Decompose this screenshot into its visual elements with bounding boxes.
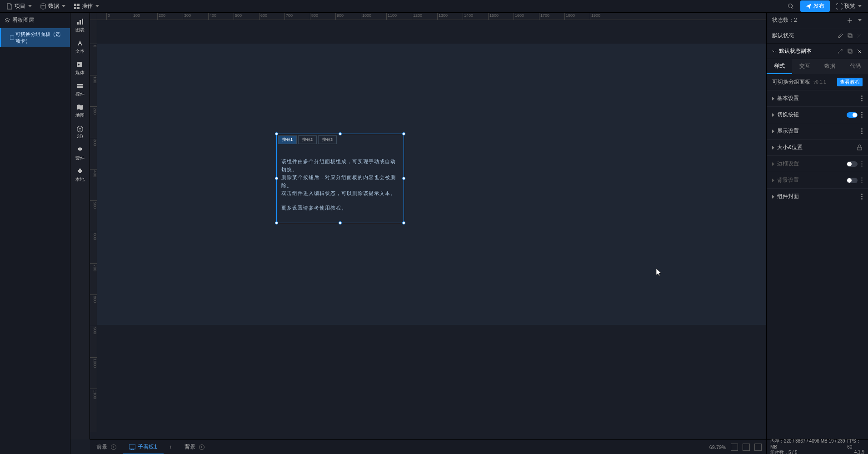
tab-foreground[interactable]: 前景+	[90, 440, 123, 454]
sidebar-item-text[interactable]: 文本	[70, 36, 90, 57]
tab-back-label: 背景	[185, 443, 195, 451]
section-border[interactable]: 边框设置	[767, 155, 868, 172]
search-icon	[788, 3, 794, 10]
cube-icon	[76, 125, 84, 133]
sidebar-label-text: 文本	[75, 48, 85, 55]
component-body-text: 该组件由多个分组面板组成，可实现手动或自动切换。 删除某个按钮后，对应分组面板的…	[281, 158, 399, 212]
component-icon	[10, 35, 14, 40]
status-fps: FPS：60	[847, 438, 864, 449]
add-back-icon[interactable]: +	[199, 444, 205, 450]
more-icon[interactable]	[861, 112, 863, 118]
sidebar-label-control: 控件	[75, 91, 85, 97]
chevron-down-icon	[62, 5, 65, 7]
component-tab-3[interactable]: 按钮3	[318, 135, 337, 144]
layer-item-label: 可切换分组面板（选项卡）	[15, 31, 65, 45]
switch-toggle[interactable]	[847, 112, 858, 118]
tab-subboard[interactable]: 子看板1	[123, 440, 164, 454]
menu-project-label: 项目	[15, 2, 25, 10]
resize-handle-ne[interactable]	[402, 132, 405, 135]
resize-handle-sw[interactable]	[275, 221, 278, 225]
more-icon[interactable]	[861, 95, 863, 101]
resize-handle-se[interactable]	[402, 221, 405, 225]
tab-style[interactable]: 样式	[767, 59, 792, 74]
body-line1: 该组件由多个分组面板组成，可实现手动或自动切换。	[281, 158, 399, 174]
property-tabs: 样式 交互 数据 代码	[767, 59, 868, 74]
sidebar-label-map: 地图	[75, 112, 85, 119]
section-bg[interactable]: 背景设置	[767, 172, 868, 188]
sidebar-item-media[interactable]: 媒体	[70, 57, 90, 79]
section-basic-label: 基本设置	[777, 95, 799, 102]
screen-icon[interactable]	[754, 444, 762, 451]
more-icon[interactable]	[861, 177, 863, 183]
puzzle-icon	[76, 167, 84, 175]
section-size[interactable]: 大小&位置	[767, 139, 868, 155]
layer-item-tabpanel[interactable]: 可切换分组面板（选项卡）	[0, 28, 70, 47]
border-toggle[interactable]	[847, 161, 858, 167]
sidebar-item-map[interactable]: 地图	[70, 100, 90, 121]
selected-component[interactable]: 按钮1 按钮2 按钮3 该组件由多个分组面板组成，可实现手动或自动切换。 删除某…	[276, 134, 404, 223]
expand-icon	[772, 97, 774, 100]
resize-handle-n[interactable]	[339, 132, 342, 135]
sidebar-item-control[interactable]: 控件	[70, 79, 90, 100]
publish-button[interactable]: 发布	[800, 0, 830, 12]
tab-background[interactable]: 背景+	[178, 440, 211, 454]
state-count-row: 状态数：2	[767, 13, 868, 28]
tab-data[interactable]: 数据	[818, 59, 843, 74]
close-icon[interactable]	[856, 48, 863, 55]
fit-icon[interactable]	[731, 444, 738, 451]
grid-icon	[74, 3, 80, 10]
section-border-label: 边框设置	[777, 160, 799, 168]
resize-handle-s[interactable]	[339, 221, 342, 225]
add-tab-button[interactable]: +	[164, 440, 178, 454]
section-cover[interactable]: 组件封面	[767, 188, 868, 205]
more-icon[interactable]	[861, 161, 863, 167]
state-row-copy[interactable]: 默认状态副本	[767, 44, 868, 59]
menu-operation[interactable]: 操作	[71, 0, 102, 12]
tab-code[interactable]: 代码	[843, 59, 868, 74]
resize-handle-nw[interactable]	[275, 132, 278, 135]
section-display[interactable]: 展示设置	[767, 123, 868, 139]
map-icon	[76, 103, 84, 111]
state-row-default[interactable]: 默认状态	[767, 28, 868, 44]
bottom-tabs: 前景+ 子看板1 + 背景+ 69.79%	[90, 439, 766, 454]
publish-label: 发布	[813, 2, 824, 10]
expand-icon	[772, 179, 774, 182]
edit-icon[interactable]	[837, 33, 843, 39]
component-tabs: 按钮1 按钮2 按钮3	[278, 135, 337, 144]
tutorial-button[interactable]: 查看教程	[837, 78, 863, 86]
svg-rect-17	[858, 147, 862, 150]
section-basic[interactable]: 基本设置	[767, 90, 868, 106]
sidebar-item-chart[interactable]: 图表	[70, 15, 90, 36]
resize-handle-e[interactable]	[402, 177, 405, 180]
add-state-button[interactable]	[847, 17, 853, 24]
copy-icon[interactable]	[847, 48, 853, 55]
lock-icon[interactable]	[856, 145, 863, 151]
more-icon[interactable]	[861, 128, 863, 134]
menu-data[interactable]: 数据	[37, 0, 68, 12]
section-switch[interactable]: 切换按钮	[767, 106, 868, 123]
sidebar-label-local: 本地	[75, 176, 85, 183]
more-icon[interactable]	[861, 194, 863, 200]
state-dropdown-icon[interactable]	[856, 17, 863, 24]
search-button[interactable]	[785, 1, 797, 11]
bg-toggle[interactable]	[847, 178, 858, 183]
menu-project[interactable]: 项目	[4, 0, 35, 12]
canvas-area[interactable]: 0100200300400500600700800900100011001200…	[90, 13, 766, 439]
canvas-surface[interactable]: 按钮1 按钮2 按钮3 该组件由多个分组面板组成，可实现手动或自动切换。 删除某…	[97, 20, 766, 432]
add-fore-icon[interactable]: +	[111, 444, 116, 450]
edit-icon[interactable]	[837, 48, 843, 55]
grid-view-icon[interactable]	[743, 444, 750, 451]
copy-icon[interactable]	[847, 33, 853, 39]
sidebar-item-3d[interactable]: 3D	[70, 121, 90, 143]
component-tab-2[interactable]: 按钮2	[298, 135, 317, 144]
svg-rect-10	[77, 84, 83, 85]
sidebar-item-kit[interactable]: 套件	[70, 143, 90, 164]
resize-handle-w[interactable]	[275, 177, 278, 180]
file-icon	[6, 3, 13, 10]
layers-panel: 看板图层 可切换分组面板（选项卡）	[0, 13, 70, 454]
sidebar-item-local[interactable]: 本地	[70, 164, 90, 185]
component-tab-1[interactable]: 按钮1	[278, 135, 297, 144]
tab-interact[interactable]: 交互	[792, 59, 818, 74]
preview-button[interactable]: 预览	[833, 0, 864, 12]
top-menu-right: 发布 预览	[785, 0, 864, 12]
